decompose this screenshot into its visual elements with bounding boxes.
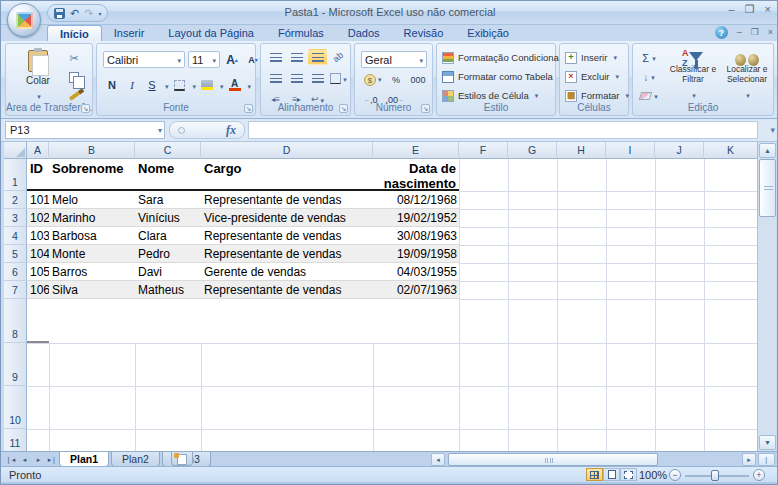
cell-cargo[interactable]: Representante de vendas [201,245,373,262]
cell-nome[interactable]: Pedro [135,245,201,262]
cell-id[interactable]: 103 [27,227,49,244]
horizontal-scrollbar-thumb[interactable] [448,453,658,466]
cell-sobrenome[interactable]: Silva [49,281,135,298]
cell-sobrenome[interactable]: Marinho [49,209,135,226]
sheet-tab[interactable]: Plan2 [111,452,160,467]
scroll-down-button[interactable]: ▼ [759,435,776,450]
fill-button[interactable]: ↓ [637,69,661,85]
cell-id[interactable]: 102 [27,209,49,226]
ribbon-tab[interactable]: Início [47,25,102,41]
cell-data-nascimento[interactable]: 30/08/1963 [373,227,459,244]
alignment-dialog-launcher[interactable]: ↘ [339,104,348,113]
font-family-dropdown-icon[interactable] [175,54,181,66]
accounting-dropdown-icon[interactable] [376,75,382,85]
cell-data-nascimento[interactable]: 02/07/1963 [373,281,459,298]
minimize-button[interactable]: – [729,4,735,15]
scroll-left-button[interactable]: ◂ [431,453,445,466]
header-cell-data-nascimento[interactable]: Data de nascimento [373,159,459,189]
grow-font-button[interactable]: A▴ [223,51,241,68]
accounting-format-button[interactable]: $ [361,72,385,88]
row-header[interactable]: 7 [4,281,27,299]
cut-button[interactable]: ✂ [64,50,84,66]
workbook-restore-button[interactable]: ❐ [751,28,759,37]
clipboard-dialog-launcher[interactable]: ↘ [81,104,90,113]
row-header[interactable]: 11 [4,429,27,451]
first-sheet-button[interactable]: ❘◂ [4,453,17,466]
format-as-table-button[interactable]: Formatar como Tabela [442,67,562,86]
row-header[interactable]: 5 [4,245,27,263]
border-dropdown-icon[interactable] [191,76,197,94]
cell-nome[interactable]: Matheus [135,281,201,298]
cell-data-nascimento[interactable]: 04/03/1955 [373,263,459,280]
font-size-dropdown-icon[interactable] [210,54,216,66]
ribbon-tab[interactable]: Inserir [102,25,157,41]
fill-color-dropdown-icon[interactable] [218,76,224,94]
merge-center-button[interactable] [329,70,348,86]
row-header[interactable]: 8 [4,299,27,343]
formula-input[interactable] [248,121,758,139]
align-middle-button[interactable] [287,49,306,65]
prev-sheet-button[interactable]: ◂ [18,453,31,466]
office-button[interactable] [7,3,41,37]
align-center-button[interactable] [287,70,306,86]
zoom-out-button[interactable]: − [669,469,681,481]
column-header[interactable]: E [373,142,459,159]
cell-data-nascimento[interactable]: 19/09/1958 [373,245,459,262]
copy-button[interactable] [64,69,84,85]
zoom-in-button[interactable]: + [753,469,765,481]
sheet-tab[interactable]: Plan1 [59,452,109,467]
workbook-minimize-button[interactable]: – [737,28,742,37]
scrollbar-resize-handle[interactable]: ❘ [758,453,775,466]
vertical-scrollbar[interactable]: ▲ ▼ [757,142,776,451]
cell-data-nascimento[interactable]: 08/12/1968 [373,191,459,208]
column-header[interactable]: F [459,142,508,159]
zoom-level[interactable]: 100% [639,469,667,481]
border-button[interactable] [171,77,189,94]
restore-button[interactable]: ❐ [745,4,755,15]
next-sheet-button[interactable]: ▸ [32,453,45,466]
cell-cargo[interactable]: Representante de vendas [201,191,373,208]
column-header[interactable]: B [49,142,135,159]
customize-qat-icon[interactable]: ▾ [98,10,101,17]
cell-data-nascimento[interactable]: 19/02/1952 [373,209,459,226]
scroll-right-button[interactable]: ▸ [742,453,756,466]
vertical-scrollbar-thumb[interactable] [759,159,776,217]
expand-formula-bar-icon[interactable]: ▾ [770,125,775,135]
cell-id[interactable]: 104 [27,245,49,262]
select-all-corner[interactable] [4,142,27,159]
row-header[interactable]: 4 [4,227,27,245]
percent-style-button[interactable]: % [387,72,406,88]
orientation-button[interactable]: ab [329,49,348,65]
last-sheet-button[interactable]: ▸❘ [46,453,59,466]
column-header[interactable]: K [704,142,757,159]
row-header[interactable]: 1 [4,159,27,191]
align-left-button[interactable] [266,70,285,86]
cell-cargo[interactable]: Representante de vendas [201,281,373,298]
column-header[interactable]: J [655,142,704,159]
cell-sobrenome[interactable]: Barros [49,263,135,280]
ribbon-tab[interactable]: Revisão [392,25,456,41]
ribbon-tab[interactable]: Dados [336,25,392,41]
delete-cells-button[interactable]: × Excluir [565,67,619,86]
number-format-select[interactable]: Geral [361,51,427,68]
row-header[interactable]: 9 [4,343,27,386]
cell-cargo[interactable]: Vice-presidente de vendas [201,209,373,226]
align-bottom-button[interactable] [308,49,327,65]
header-cell-id[interactable]: ID [27,159,49,189]
page-layout-view-button[interactable] [603,468,620,481]
find-select-button[interactable]: Localizar e Selecionar [719,48,775,104]
fill-color-button[interactable] [198,77,216,94]
redo-button[interactable]: ↷ [84,8,93,19]
insert-function-button[interactable]: fx [169,121,245,139]
font-family-select[interactable]: Calibri [103,51,185,68]
number-dialog-launcher[interactable]: ↘ [421,104,430,113]
name-box-dropdown-icon[interactable]: ▾ [158,126,162,135]
cell-nome[interactable]: Clara [135,227,201,244]
zoom-slider-thumb[interactable] [711,470,719,481]
column-header[interactable]: D [201,142,373,159]
normal-view-button[interactable] [586,468,603,481]
row-header[interactable]: 2 [4,191,27,209]
cell-id[interactable]: 105 [27,263,49,280]
cell-cargo[interactable]: Representante de vendas [201,227,373,244]
close-button[interactable]: × [765,4,771,15]
